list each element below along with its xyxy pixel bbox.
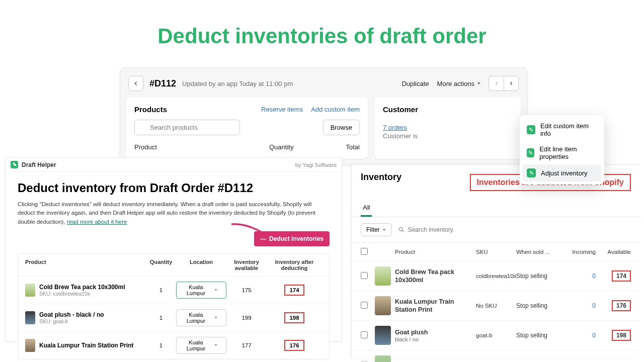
add-custom-item-link[interactable]: Add custom item — [311, 106, 360, 113]
pencil-icon: ✎ — [527, 125, 535, 134]
product-name: Kuala Lumpur Train Station Print — [39, 342, 133, 349]
table-row: Goat plush - black / no SKU: goat-b 1 Ku… — [18, 304, 329, 332]
row-checkbox[interactable] — [361, 331, 368, 338]
table-row: Cold Brew Tea pack 10x300ml SKU: coldbre… — [18, 277, 329, 304]
col-when-sold: When sold ... — [516, 249, 561, 255]
search-products-input[interactable] — [134, 120, 240, 135]
order-id: #D112 — [149, 78, 176, 89]
svg-point-1 — [399, 227, 403, 231]
back-button[interactable] — [128, 76, 143, 91]
table-row: Goat plush black / no goat-b Stop sellin… — [352, 321, 640, 350]
dd-edit-line-item[interactable]: ✎ Edit line item properties — [523, 141, 601, 164]
dd-label: Edit line item properties — [539, 145, 597, 160]
customer-title: Customer — [383, 105, 513, 114]
reserve-items-link[interactable]: Reserve items — [261, 106, 303, 113]
app-developer: by Yagi Software — [295, 162, 337, 168]
search-inventory-input[interactable] — [396, 224, 631, 236]
dd-edit-custom-item[interactable]: ✎ Edit custom item info — [523, 118, 601, 141]
row-quantity: 1 — [146, 315, 176, 321]
location-select[interactable]: Kuala Lumpur — [176, 309, 226, 326]
duplicate-link[interactable]: Duplicate — [401, 80, 429, 87]
orders-link[interactable]: 7 orders — [383, 124, 513, 131]
col-product: Product — [134, 143, 269, 151]
product-thumb — [375, 355, 391, 362]
product-variant: black / no — [395, 336, 476, 342]
chevron-right-icon — [508, 80, 514, 86]
table-row: Cold Brew Tea pack 10x300ml coldbrewtea1… — [352, 261, 640, 291]
location-select[interactable]: Kuala Lumpur — [176, 282, 226, 299]
row-checkbox[interactable] — [361, 272, 368, 279]
product-thumb — [375, 296, 391, 315]
col-available: Available — [596, 249, 631, 255]
app-brand: ✎ Draft Helper — [11, 161, 56, 168]
col-total: Total — [314, 143, 360, 151]
deduct-table: Product Quantity Location Inventory avai… — [18, 253, 330, 359]
col-after: Inventory after deducting — [267, 259, 322, 271]
inventory-available: 177 — [226, 342, 267, 348]
col-product: Product — [25, 259, 146, 271]
pencil-icon: ✎ — [527, 148, 534, 157]
page-title: Deduct inventories of draft order — [0, 0, 644, 62]
row-when-sold: Stop selling — [516, 332, 561, 339]
chevron-down-icon — [214, 315, 218, 320]
available-value: 174 — [612, 270, 631, 282]
product-sku: SKU: coldbrewtea10x — [39, 291, 125, 297]
chevron-down-icon — [214, 343, 218, 347]
more-actions-button[interactable]: More actions — [437, 80, 481, 87]
row-quantity: 1 — [146, 287, 176, 293]
inventory-after: 198 — [284, 312, 304, 323]
customer-card: Customer 7 orders Customer is ✎ Edit cus… — [375, 97, 521, 159]
incoming-link[interactable]: 0 — [592, 273, 596, 280]
shopify-inventory-panel: Inventory Inventories are deducted from … — [351, 164, 640, 358]
next-button[interactable] — [504, 76, 519, 91]
row-when-sold: Stop selling — [516, 273, 561, 280]
more-actions-label: More actions — [437, 80, 474, 87]
read-more-link[interactable]: read more about it here — [67, 219, 127, 225]
tab-all[interactable]: All — [361, 200, 372, 217]
product-thumb — [25, 311, 35, 324]
customer-sub: Customer is — [383, 132, 513, 140]
caret-down-icon — [476, 81, 481, 86]
product-thumb — [25, 284, 35, 297]
arrow-left-icon — [132, 80, 139, 87]
inventory-after: 174 — [284, 285, 304, 296]
row-sku: coldbrewtea10x — [476, 273, 516, 279]
chevron-left-icon — [494, 80, 500, 86]
draft-topbar: #D112 Updated by an app Today at 11:00 p… — [126, 74, 521, 97]
product-name[interactable]: Cold Brew Tea pack 10x300ml — [395, 268, 476, 285]
filter-button[interactable]: Filter — [361, 223, 392, 236]
product-thumb — [375, 326, 391, 345]
product-name[interactable]: Goat plush — [395, 328, 476, 336]
product-sku: SKU: goat-b — [39, 318, 104, 324]
dd-adjust-inventory[interactable]: ✎ Adjust inventory — [523, 164, 601, 182]
incoming-link[interactable]: 0 — [592, 302, 596, 309]
annotation-arrow — [229, 220, 274, 244]
product-name: Cold Brew Tea pack 10x300ml — [39, 284, 125, 291]
draft-helper-panel: ✎ Draft Helper by Yagi Software Deduct i… — [5, 157, 342, 341]
col-inventory: Inventory available — [226, 259, 267, 271]
table-row: Kuala Lumpur Train Station Print 1 Kuala… — [18, 332, 329, 359]
product-name[interactable]: Kuala Lumpur Train Station Print — [395, 298, 476, 314]
inventory-available: 199 — [226, 315, 267, 321]
more-actions-dropdown: ✎ Edit custom item info ✎ Edit line item… — [520, 115, 604, 185]
available-value: 198 — [612, 330, 631, 341]
col-product: Product — [395, 249, 476, 255]
caret-down-icon — [382, 228, 386, 232]
col-location: Location — [176, 259, 226, 271]
row-when-sold: Stop selling — [516, 302, 561, 309]
search-icon — [398, 226, 405, 233]
browse-button[interactable]: Browse — [323, 120, 360, 135]
col-incoming: Incoming — [561, 249, 596, 255]
deduct-desc: Clicking "Deduct inventories" will deduc… — [18, 200, 330, 226]
products-title: Products — [134, 105, 167, 114]
prev-button[interactable] — [489, 76, 504, 91]
row-sku: No SKU — [476, 303, 516, 309]
table-row: Kuala Lumpur Train Station Print No SKU … — [352, 291, 640, 321]
products-card: Products Reserve items Add custom item B… — [126, 97, 368, 159]
select-all-checkbox[interactable] — [361, 248, 368, 255]
col-quantity: Quantity — [146, 259, 176, 271]
location-select[interactable]: Kuala Lumpur — [176, 337, 226, 354]
incoming-link[interactable]: 0 — [592, 332, 596, 339]
row-checkbox[interactable] — [361, 302, 368, 309]
pager-buttons — [489, 76, 519, 91]
